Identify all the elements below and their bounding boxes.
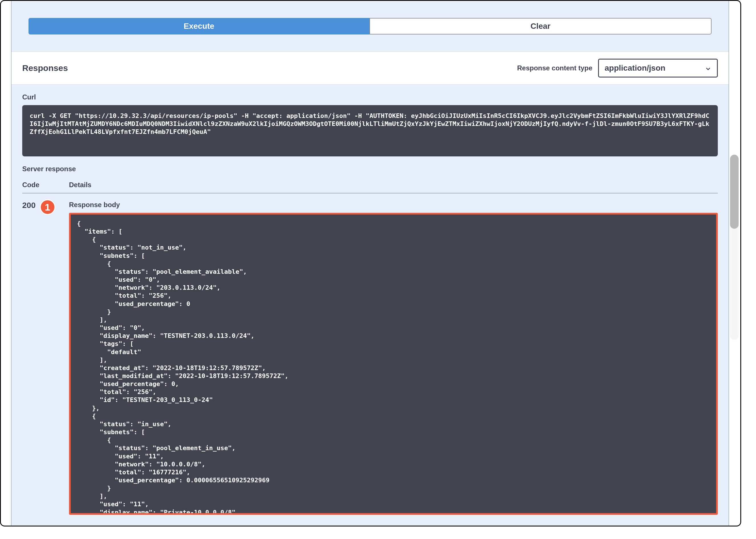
response-content-type-select[interactable]: application/json	[598, 59, 718, 77]
column-details: Details	[69, 181, 718, 189]
column-code: Code	[22, 181, 69, 189]
response-body-label: Response body	[69, 201, 718, 209]
curl-command[interactable]: curl -X GET "https://10.29.32.3/api/reso…	[22, 105, 718, 156]
status-code-cell: 200 1	[22, 201, 69, 515]
scrollbar-thumb[interactable]	[730, 155, 739, 229]
execute-button[interactable]: Execute	[29, 18, 370, 35]
response-content-type-value: application/json	[605, 63, 665, 72]
response-row: 200 1 Response body { "items": [ { "stat…	[22, 193, 718, 515]
server-response-section: Server response	[11, 162, 729, 173]
clear-button[interactable]: Clear	[370, 18, 712, 35]
status-code: 200	[22, 201, 36, 210]
response-body[interactable]: { "items": [ { "status": "not_in_use", "…	[69, 213, 718, 515]
details-cell: Response body { "items": [ { "status": "…	[69, 201, 718, 515]
app-window: Execute Clear Responses Response content…	[0, 0, 741, 526]
response-table-header: Code Details	[22, 177, 718, 193]
response-table: Code Details 200 1 Response body { "item…	[11, 177, 729, 515]
response-content-type: Response content type application/json	[517, 59, 718, 77]
curl-section: Curl curl -X GET "https://10.29.32.3/api…	[11, 85, 729, 162]
responses-header: Responses Response content type applicat…	[11, 51, 729, 85]
annotation-badge: 1	[40, 199, 55, 215]
api-panel: Execute Clear Responses Response content…	[11, 1, 729, 526]
response-content-type-label: Response content type	[517, 64, 592, 72]
chevron-down-icon	[705, 65, 711, 71]
responses-title: Responses	[22, 63, 68, 73]
server-response-label: Server response	[22, 165, 718, 173]
curl-label: Curl	[22, 93, 718, 101]
action-bar: Execute Clear	[11, 1, 729, 51]
